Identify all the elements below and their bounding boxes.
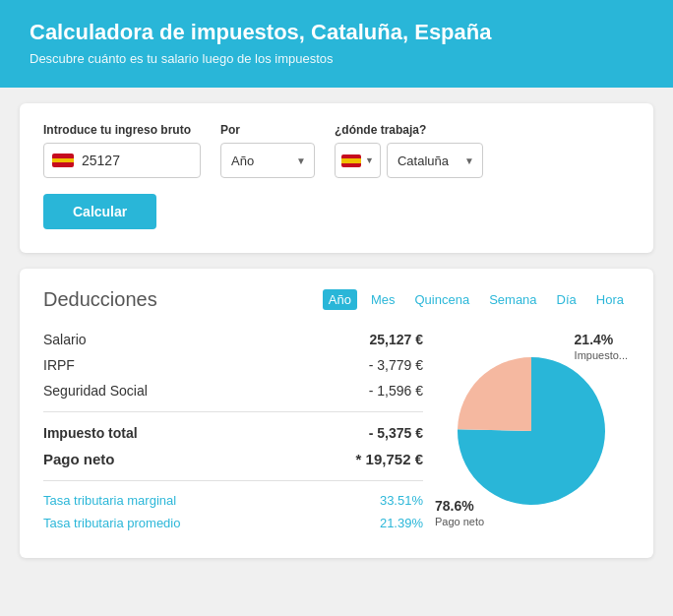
tab-mes[interactable]: Mes	[365, 289, 401, 310]
irpf-value: - 3,779 €	[369, 357, 423, 373]
spain-flag-icon	[341, 154, 361, 167]
impuesto-label: 21.4% Impuesto...	[575, 331, 628, 364]
region-select[interactable]: Cataluña Madrid Andalucía Valencia	[387, 143, 483, 178]
impuesto-name: Impuesto...	[575, 349, 628, 361]
location-selects: ▼ Cataluña Madrid Andalucía Valencia	[335, 143, 483, 178]
gross-income-label: Introduce tu ingreso bruto	[43, 123, 201, 137]
total-tax-value: - 5,375 €	[369, 425, 423, 441]
tab-hora[interactable]: Hora	[590, 289, 630, 310]
social-security-label: Seguridad Social	[43, 383, 148, 399]
results-card: Deducciones Año Mes Quincena Semana Día …	[20, 269, 653, 558]
tab-año[interactable]: Año	[323, 289, 357, 310]
period-tabs: Año Mes Quincena Semana Día Hora	[323, 289, 630, 310]
page-subtitle: Descubre cuánto es tu salario luego de l…	[30, 51, 643, 66]
period-select-wrap: Hora Día Semana Quincena Mes Año	[220, 143, 315, 178]
header: Calculadora de impuestos, Cataluña, Espa…	[0, 0, 673, 88]
avg-rate-row: Tasa tributaria promedio 21.39%	[43, 512, 423, 534]
social-security-row: Seguridad Social - 1,596 €	[43, 378, 423, 403]
social-security-value: - 1,596 €	[369, 383, 423, 399]
salary-value: 25,127 €	[370, 332, 424, 347]
salary-label: Salario	[43, 332, 87, 347]
divider-1	[43, 411, 423, 412]
period-group: Por Hora Día Semana Quincena Mes Año	[220, 123, 315, 178]
region-select-wrap: Cataluña Madrid Andalucía Valencia	[387, 143, 483, 178]
total-tax-label: Impuesto total	[43, 425, 138, 441]
net-pay-label: Pago neto	[43, 451, 115, 467]
calculate-button[interactable]: Calcular	[43, 194, 156, 229]
tab-quincena[interactable]: Quincena	[409, 289, 476, 310]
salary-row: Salario 25,127 €	[43, 327, 423, 352]
marginal-rate-value: 33.51%	[380, 493, 423, 508]
gross-income-group: Introduce tu ingreso bruto	[43, 123, 201, 178]
gross-income-wrapper	[43, 143, 201, 178]
irpf-row: IRPF - 3,779 €	[43, 352, 423, 378]
tab-dia[interactable]: Día	[551, 289, 582, 310]
deductions-table: Salario 25,127 € IRPF - 3,779 € Segurida…	[43, 327, 423, 534]
period-label: Por	[220, 123, 315, 137]
neto-name: Pago neto	[435, 516, 484, 527]
divider-2	[43, 480, 423, 481]
marginal-rate-label: Tasa tributaria marginal	[43, 493, 176, 508]
flag-icon	[52, 154, 74, 167]
gross-income-input[interactable]	[82, 153, 192, 168]
pie-chart-labels: 21.4% Impuesto... 78.6% Pago neto	[433, 327, 630, 534]
net-pay-row: Pago neto * 19,752 €	[43, 446, 423, 472]
tab-semana[interactable]: Semana	[483, 289, 542, 310]
net-pay-value: * 19,752 €	[356, 451, 423, 467]
neto-label: 78.6% Pago neto	[435, 497, 484, 530]
total-tax-row: Impuesto total - 5,375 €	[43, 420, 423, 446]
pie-chart-wrap: 21.4% Impuesto... 78.6% Pago neto	[433, 327, 630, 534]
results-title: Deducciones	[43, 288, 157, 311]
period-select[interactable]: Hora Día Semana Quincena Mes Año	[220, 143, 315, 178]
avg-rate-label: Tasa tributaria promedio	[43, 516, 180, 530]
marginal-rate-row: Tasa tributaria marginal 33.51%	[43, 489, 423, 512]
results-body: Salario 25,127 € IRPF - 3,779 € Segurida…	[43, 327, 630, 534]
calculator-card: Introduce tu ingreso bruto Por Hora Día …	[20, 103, 653, 253]
country-select-wrap[interactable]: ▼	[335, 143, 381, 178]
page-title: Calculadora de impuestos, Cataluña, Espa…	[30, 20, 643, 45]
country-arrow-icon: ▼	[365, 155, 374, 165]
avg-rate-value: 21.39%	[380, 516, 423, 530]
location-label: ¿dónde trabaja?	[335, 123, 483, 137]
impuesto-pct: 21.4%	[575, 331, 628, 348]
results-header: Deducciones Año Mes Quincena Semana Día …	[43, 288, 630, 311]
irpf-label: IRPF	[43, 357, 75, 373]
neto-pct: 78.6%	[435, 497, 484, 515]
location-group: ¿dónde trabaja? ▼ Cataluña Madrid Andalu…	[335, 123, 483, 178]
